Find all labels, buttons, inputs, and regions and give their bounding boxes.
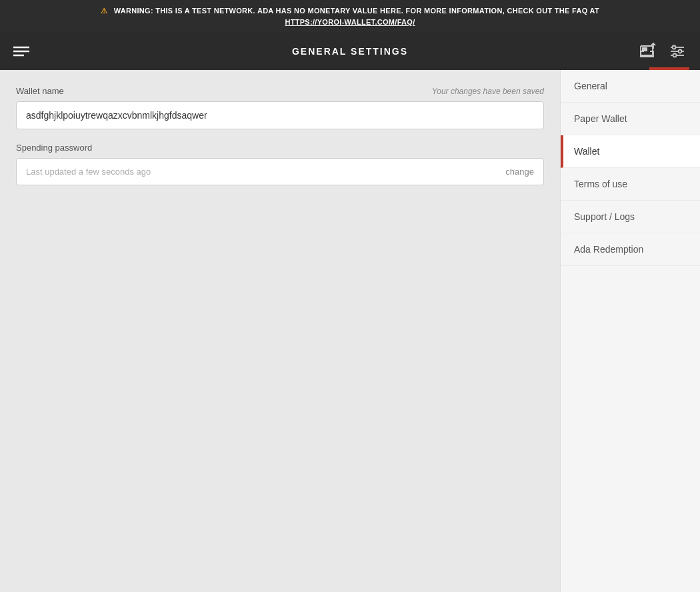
- svg-rect-4: [642, 47, 647, 51]
- navbar-actions: [636, 39, 689, 63]
- sidebar-item-wallet[interactable]: Wallet: [561, 135, 700, 168]
- yoroi-logo-icon: [11, 41, 32, 62]
- svg-point-7: [673, 46, 676, 49]
- change-password-button[interactable]: change: [505, 167, 534, 177]
- warning-banner: ⚠ WARNING: THIS IS A TEST NETWORK. ADA H…: [0, 0, 700, 33]
- settings-button[interactable]: [665, 39, 689, 63]
- svg-point-11: [673, 54, 677, 57]
- wallet-name-input[interactable]: [16, 101, 544, 129]
- warning-text: WARNING: THIS IS A TEST NETWORK. ADA HAS…: [114, 7, 599, 15]
- sidebar-item-terms-of-use[interactable]: Terms of use: [561, 168, 700, 201]
- navbar-accent-bar: [649, 67, 689, 70]
- sidebar-item-support-logs[interactable]: Support / Logs: [561, 201, 700, 233]
- export-wallet-button[interactable]: [636, 39, 660, 63]
- wallet-name-label: Wallet name: [16, 86, 64, 96]
- navbar: GENERAL SETTINGS: [0, 33, 700, 70]
- page-title: GENERAL SETTINGS: [292, 46, 408, 57]
- wallet-name-header: Wallet name Your changes have been saved: [16, 86, 544, 96]
- main-layout: Wallet name Your changes have been saved…: [0, 70, 700, 592]
- last-updated-text: Last updated a few seconds ago: [26, 167, 151, 177]
- sidebar-item-general[interactable]: General: [561, 70, 700, 103]
- svg-point-9: [679, 50, 682, 53]
- content-area: Wallet name Your changes have been saved…: [0, 70, 560, 592]
- logo: [11, 41, 32, 62]
- sidebar-item-paper-wallet[interactable]: Paper Wallet: [561, 103, 700, 135]
- saved-message: Your changes have been saved: [432, 87, 544, 96]
- spending-password-section: Spending password Last updated a few sec…: [16, 143, 544, 185]
- warning-link[interactable]: HTTPS://YOROI-WALLET.COM/FAQ/: [11, 17, 689, 28]
- warning-icon: ⚠: [101, 7, 107, 15]
- right-sidebar: General Paper Wallet Wallet Terms of use…: [560, 70, 700, 592]
- sidebar-item-ada-redemption[interactable]: Ada Redemption: [561, 233, 700, 266]
- password-box: Last updated a few seconds ago change: [16, 158, 544, 185]
- spending-password-label: Spending password: [16, 143, 92, 153]
- wallet-name-section: Wallet name Your changes have been saved: [16, 86, 544, 129]
- spending-password-header: Spending password: [16, 143, 544, 153]
